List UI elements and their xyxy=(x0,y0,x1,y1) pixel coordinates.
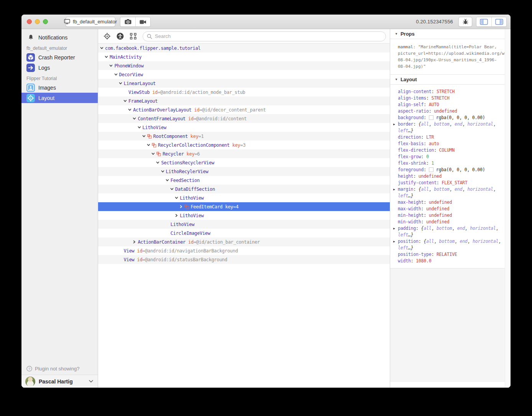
chevron-right-icon[interactable] xyxy=(179,205,184,208)
layout-prop-value[interactable]: LTR xyxy=(426,134,434,140)
chevron-down-icon[interactable] xyxy=(109,64,114,67)
toggle-left-sidebar-button[interactable] xyxy=(476,17,491,26)
chevron-down-icon[interactable] xyxy=(166,179,171,182)
layout-prop-aspect-ratio[interactable]: aspect-ratio: undefined xyxy=(390,108,511,115)
layout-prop-max-width[interactable]: max-width: undefined xyxy=(390,206,511,212)
layout-prop-width[interactable]: width: 1080.0 xyxy=(390,258,511,264)
layout-prop-value[interactable]: AUTO xyxy=(429,102,439,107)
search-input[interactable] xyxy=(155,33,382,39)
layout-section-header[interactable]: ▼ Layout xyxy=(390,75,511,85)
layout-prop-justify-content[interactable]: justify-content: FLEX_START xyxy=(390,180,511,186)
bug-report-button[interactable] xyxy=(458,17,472,27)
chevron-down-icon[interactable] xyxy=(100,46,105,50)
layout-prop-position-type[interactable]: position-type: RELATIVE xyxy=(390,251,511,258)
color-swatch[interactable] xyxy=(429,115,433,120)
tree-node-DataDiffSection[interactable]: DataDiffSection xyxy=(98,185,390,193)
prop-line[interactable]: 08-04.jpg)" xyxy=(398,63,508,70)
device-selector-button[interactable]: fb_default_emulator xyxy=(66,17,115,27)
sidebar-item-layout[interactable]: Layout xyxy=(21,93,98,103)
layout-prop-min-width[interactable]: min-width: undefined xyxy=(390,219,511,225)
layout-prop-value[interactable]: rgba(0, 0, 0, 0.00) xyxy=(436,115,485,120)
chevron-down-icon[interactable] xyxy=(123,99,128,103)
tree-node-FeedItemCard[interactable]: FeedItemCardkey=4 xyxy=(98,202,390,211)
screen-record-button[interactable] xyxy=(135,17,150,26)
layout-prop-value[interactable]: undefined xyxy=(429,200,452,205)
layout-prop-border[interactable]: ▶border: {all, bottom, end, horizontal,l… xyxy=(390,121,511,134)
tree-node-View[interactable]: Viewid=@android:id/navigationBarBackgrou… xyxy=(98,246,390,255)
tree-node-ViewStub[interactable]: ViewStubid=@android:id/action_mode_bar_s… xyxy=(98,88,390,97)
tree-node-LithoView[interactable]: LithoView xyxy=(98,193,390,202)
chevron-down-icon[interactable] xyxy=(128,108,133,111)
layout-prop-value[interactable]: undefined xyxy=(419,174,442,179)
prop-line[interactable]: picture_url=https://upload.wikimedia.org… xyxy=(398,50,508,57)
layout-prop-value[interactable]: STRETCH xyxy=(437,89,455,94)
layout-prop-padding[interactable]: ▶padding: {all, bottom, end, horizontal,… xyxy=(390,225,511,238)
tree-node-SectionsRecyclerView[interactable]: SectionsRecyclerView xyxy=(98,158,390,167)
layout-prop-flex-shrink[interactable]: flex-shrink: 1 xyxy=(390,160,511,167)
layout-prop-flex-basis[interactable]: flex-basis: auto xyxy=(390,141,511,147)
chevron-right-icon[interactable] xyxy=(133,240,138,244)
layout-prop-background[interactable]: background: rgba(0, 0, 0, 0.00) xyxy=(390,115,511,121)
layout-prop-foreground[interactable]: foreground: rgba(0, 0, 0, 0.00) xyxy=(390,167,511,173)
layout-prop-direction[interactable]: direction: LTR xyxy=(390,134,511,141)
tree-node-ActionBarOverlayLayout[interactable]: ActionBarOverlayLayoutid=@id/decor_conte… xyxy=(98,105,390,114)
prop-line[interactable]: 08-04.jpg/190px-Ursus_maritimus_4_1996- xyxy=(398,57,508,63)
layout-prop-align-content[interactable]: align-content: STRETCH xyxy=(390,88,511,95)
layout-prop-min-height[interactable]: min-height: undefined xyxy=(390,212,511,219)
prop-line[interactable]: mammal: "MarineMammal(title=Polar Bear, xyxy=(398,44,508,50)
plugin-help-link[interactable]: ? Plugin not showing? xyxy=(21,362,98,375)
chevron-down-icon[interactable] xyxy=(147,143,152,147)
chevron-down-icon[interactable] xyxy=(161,170,166,173)
sidebar-item-logs[interactable]: Logs xyxy=(21,62,98,73)
sidebar-item-images[interactable]: Images xyxy=(21,82,98,93)
chevron-down-icon[interactable] xyxy=(105,55,110,59)
tree-node-CircleImageView[interactable]: CircleImageView xyxy=(98,229,390,237)
inspector-scrollbar-gutter[interactable] xyxy=(505,29,511,388)
layout-prop-flex-grow[interactable]: flex-grow: 0 xyxy=(390,154,511,160)
layout-prop-flex-direction[interactable]: flex-direction: COLUMN xyxy=(390,147,511,154)
tree-node-FeedSection[interactable]: FeedSection xyxy=(98,176,390,185)
layout-prop-value[interactable]: undefined xyxy=(429,213,452,218)
layout-prop-margin[interactable]: ▶margin: {all, bottom, end, horizontal,l… xyxy=(390,186,511,199)
props-section-header[interactable]: ▼ Props xyxy=(390,29,511,39)
layout-prop-max-height[interactable]: max-height: undefined xyxy=(390,199,511,206)
tree-node-PhoneWindow[interactable]: PhoneWindow xyxy=(98,61,390,70)
user-menu[interactable]: Pascal Hartig xyxy=(21,375,98,388)
expand-tree-button[interactable] xyxy=(128,31,138,41)
zoom-window-button[interactable] xyxy=(43,19,48,24)
layout-prop-value[interactable]: rgba(0, 0, 0, 0.00) xyxy=(436,167,485,172)
tree-node-ContentFrameLayout[interactable]: ContentFrameLayoutid=@android:id/content xyxy=(98,114,390,123)
layout-prop-align-items[interactable]: align-items: STRETCH xyxy=(390,95,511,102)
tree-node-Recycler[interactable]: Recyclerkey=6 xyxy=(98,149,390,158)
tree-node-LithoView[interactable]: LithoView xyxy=(98,211,390,220)
close-window-button[interactable] xyxy=(27,19,32,24)
chevron-down-icon[interactable] xyxy=(151,152,156,156)
layout-prop-value[interactable]: 1080.0 xyxy=(416,258,431,264)
sidebar-item-notifications[interactable]: Notifications xyxy=(21,32,98,43)
expander-icon[interactable]: ▶ xyxy=(393,121,395,128)
tree-node-LinearLayout[interactable]: LinearLayout xyxy=(98,79,390,88)
layout-prop-value[interactable]: RELATIVE xyxy=(437,252,457,257)
tree-node-com.facebook.flipper.sample.tutorial[interactable]: com.facebook.flipper.sample.tutorial xyxy=(98,44,390,52)
layout-prop-value[interactable]: undefined xyxy=(426,219,450,224)
inspect-target-button[interactable] xyxy=(102,31,112,41)
layout-prop-value[interactable]: STRETCH xyxy=(431,95,449,101)
tree-node-View[interactable]: Viewid=@android:id/statusBarBackground xyxy=(98,255,390,264)
tree-node-LithoView[interactable]: LithoView xyxy=(98,220,390,229)
tree-node-FrameLayout[interactable]: FrameLayout xyxy=(98,97,390,105)
layout-prop-value[interactable]: auto xyxy=(429,141,439,146)
layout-prop-value[interactable]: undefined xyxy=(434,108,457,114)
layout-prop-value[interactable]: 0 xyxy=(426,154,429,159)
tree-node-DecorView[interactable]: DecorView xyxy=(98,70,390,79)
accessibility-mode-button[interactable] xyxy=(115,31,125,41)
chevron-down-icon[interactable] xyxy=(175,196,180,200)
tree-node-LithoRecylerView[interactable]: LithoRecylerView xyxy=(98,167,390,176)
expander-icon[interactable]: ▶ xyxy=(393,238,395,245)
layout-prop-align-self[interactable]: align-self: AUTO xyxy=(390,102,511,108)
tree-node-ActionBarContainer[interactable]: ActionBarContainerid=@id/action_bar_cont… xyxy=(98,237,390,246)
chevron-down-icon[interactable] xyxy=(156,161,161,164)
chevron-down-icon[interactable] xyxy=(170,187,175,191)
chevron-right-icon[interactable] xyxy=(175,214,180,217)
layout-prop-value[interactable]: 1 xyxy=(431,161,434,166)
minimize-window-button[interactable] xyxy=(35,19,40,24)
